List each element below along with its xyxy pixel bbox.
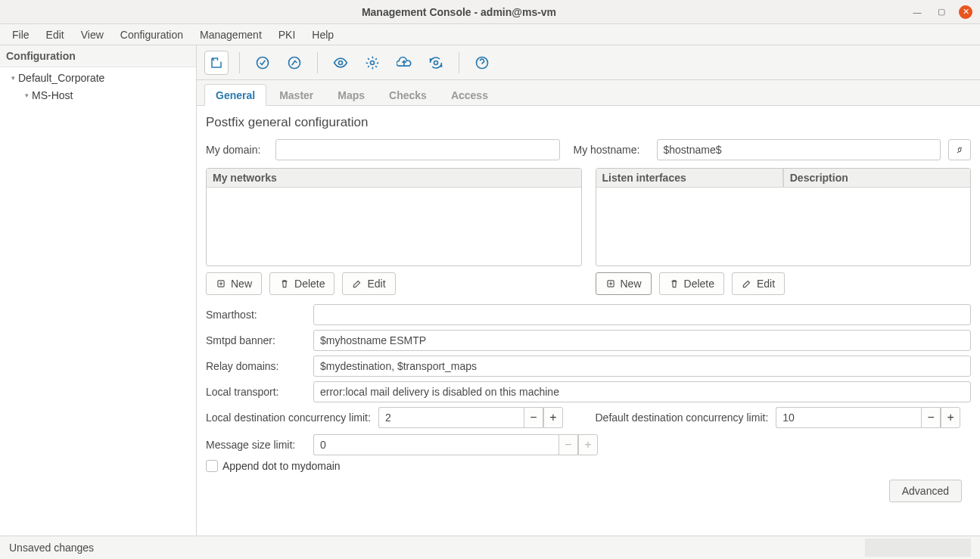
panel-heading: Postfix general configuration: [206, 115, 971, 130]
toolbar-sync-button[interactable]: [424, 51, 448, 75]
window-titlebar: Management Console - admin@ms-vm — ▢ ✕: [0, 0, 980, 24]
toolbar-help-button[interactable]: [470, 51, 494, 75]
localconc-spinner: − +: [378, 407, 563, 428]
window-controls: — ▢ ✕: [910, 5, 972, 19]
networks-grid: My networks: [206, 168, 582, 266]
appenddot-checkbox[interactable]: [206, 460, 218, 472]
maximize-button[interactable]: ▢: [935, 5, 948, 19]
defaultconc-decrement[interactable]: −: [921, 407, 941, 428]
smtpdbanner-input[interactable]: [313, 330, 971, 351]
myhostname-input[interactable]: [657, 139, 941, 160]
toolbar-upload-button[interactable]: [392, 51, 416, 75]
tab-master[interactable]: Master: [268, 84, 325, 106]
general-panel: Postfix general configuration My domain:…: [197, 106, 980, 536]
svg-point-4: [434, 61, 438, 64]
toolbar-revert-button[interactable]: [282, 51, 306, 75]
sidebar: Configuration ▾Default_Corporate▾MS-Host: [0, 45, 197, 536]
menu-edit[interactable]: Edit: [39, 26, 72, 44]
defaultconc-input[interactable]: [776, 407, 921, 428]
menubar: File Edit View Configuration Management …: [0, 24, 980, 45]
interfaces-new-button[interactable]: New: [596, 272, 652, 295]
defaultconc-spinner: − +: [776, 407, 960, 428]
tab-general[interactable]: General: [204, 84, 266, 106]
tab-maps[interactable]: Maps: [326, 84, 376, 106]
appenddot-label: Append dot to mydomain: [222, 460, 341, 472]
interfaces-grid: Listen interfaces Description: [596, 168, 972, 266]
toolbar-separator: [317, 52, 318, 73]
content-area: General Master Maps Checks Access Postfi…: [197, 45, 980, 536]
menu-view[interactable]: View: [73, 26, 111, 44]
toolbar-settings-button[interactable]: [360, 51, 384, 75]
advanced-button[interactable]: Advanced: [889, 480, 962, 502]
defaultconc-label: Default destination concurrency limit:: [596, 411, 769, 424]
networks-header: My networks: [207, 169, 581, 187]
close-button[interactable]: ✕: [959, 5, 972, 19]
defaultconc-increment[interactable]: +: [941, 407, 960, 428]
tree-node-ms-host[interactable]: ▾MS-Host: [0, 86, 196, 104]
hostname-link-button[interactable]: [948, 139, 971, 160]
localconc-increment[interactable]: +: [543, 407, 563, 428]
interfaces-delete-button[interactable]: Delete: [659, 272, 724, 295]
msgsize-input[interactable]: [313, 434, 558, 455]
content-toolbar: [197, 45, 980, 80]
config-tree: ▾Default_Corporate▾MS-Host: [0, 67, 196, 536]
networks-new-button[interactable]: New: [206, 272, 262, 295]
myhostname-label: My hostname:: [574, 144, 649, 156]
toolbar-up-button[interactable]: [204, 51, 229, 75]
msgsize-increment: +: [578, 434, 598, 455]
networks-edit-button[interactable]: Edit: [342, 272, 395, 295]
toolbar-separator: [239, 52, 240, 73]
menu-configuration[interactable]: Configuration: [113, 26, 191, 44]
smarthost-input[interactable]: [313, 304, 971, 325]
minimize-button[interactable]: —: [910, 5, 924, 19]
tab-access[interactable]: Access: [440, 84, 499, 106]
msgsize-spinner: − +: [313, 434, 598, 455]
relaydomains-input[interactable]: [313, 356, 971, 377]
menu-pki[interactable]: PKI: [271, 26, 303, 44]
tab-checks[interactable]: Checks: [378, 84, 438, 106]
interfaces-edit-button[interactable]: Edit: [732, 272, 785, 295]
toolbar-view-button[interactable]: [328, 51, 353, 75]
window-title: Management Console - admin@ms-vm: [8, 6, 910, 18]
menu-management[interactable]: Management: [192, 26, 269, 44]
statusbar-right: [865, 539, 971, 557]
localconc-input[interactable]: [378, 407, 524, 428]
msgsize-label: Message size limit:: [206, 439, 304, 451]
config-tabs: General Master Maps Checks Access: [197, 80, 980, 106]
relaydomains-label: Relay domains:: [206, 360, 304, 372]
smtpdbanner-label: Smtpd banner:: [206, 334, 304, 346]
description-header: Description: [783, 169, 970, 187]
mydomain-input[interactable]: [275, 139, 560, 160]
sidebar-header: Configuration: [0, 45, 196, 67]
localtransport-input[interactable]: [313, 381, 971, 402]
mydomain-label: My domain:: [206, 144, 268, 156]
localconc-decrement[interactable]: −: [524, 407, 543, 428]
iface-header: Listen interfaces: [596, 169, 783, 187]
menu-help[interactable]: Help: [304, 26, 341, 44]
statusbar: Unsaved changes: [0, 536, 980, 559]
localconc-label: Local destination concurrency limit:: [206, 411, 371, 424]
localtransport-label: Local transport:: [206, 386, 304, 398]
svg-point-3: [371, 61, 375, 64]
svg-point-2: [339, 61, 343, 64]
menu-file[interactable]: File: [5, 26, 37, 44]
tree-node-default-corporate[interactable]: ▾Default_Corporate: [0, 69, 196, 86]
toolbar-apply-button[interactable]: [250, 51, 275, 75]
networks-delete-button[interactable]: Delete: [269, 272, 334, 295]
status-text: Unsaved changes: [9, 542, 94, 554]
smarthost-label: Smarthost:: [206, 309, 304, 321]
msgsize-decrement: −: [558, 434, 578, 455]
toolbar-separator: [459, 52, 459, 73]
